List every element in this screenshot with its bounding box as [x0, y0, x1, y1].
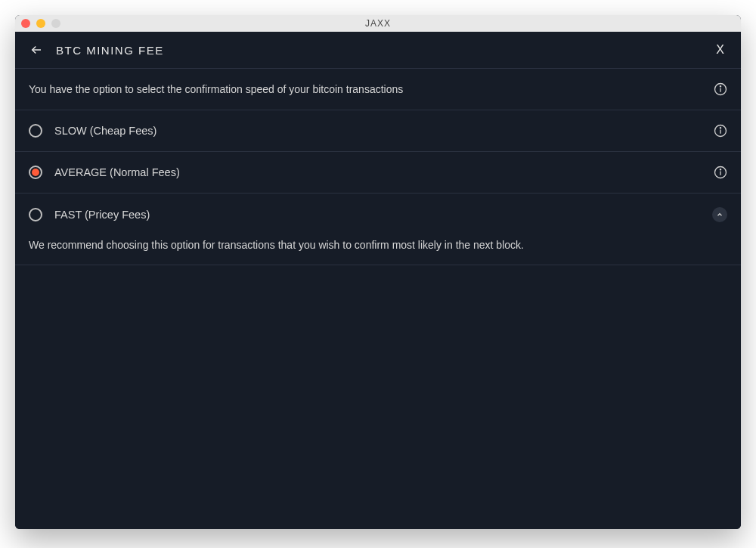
page-header: BTC MINING FEE X [15, 32, 741, 69]
option-label: SLOW (Cheap Fees) [54, 125, 714, 137]
option-label: FAST (Pricey Fees) [54, 209, 712, 221]
close-window-icon[interactable] [21, 19, 30, 28]
info-button[interactable] [714, 82, 727, 96]
intro-row: You have the option to select the confir… [15, 69, 741, 110]
info-icon [714, 124, 727, 138]
chevron-up-icon [716, 211, 723, 218]
empty-body [15, 265, 741, 529]
radio-inner-icon [32, 169, 39, 176]
info-icon [714, 82, 727, 96]
info-button-average[interactable] [714, 166, 727, 179]
maximize-window-icon[interactable] [51, 19, 60, 28]
svg-point-9 [720, 169, 720, 170]
minimize-window-icon[interactable] [36, 19, 45, 28]
close-button[interactable]: X [713, 43, 727, 57]
svg-point-6 [720, 128, 720, 128]
titlebar: JAXX [15, 15, 741, 32]
radio-slow[interactable] [29, 124, 42, 138]
window-title: JAXX [365, 18, 391, 29]
traffic-lights [15, 19, 60, 28]
fee-option-average[interactable]: AVERAGE (Normal Fees) [15, 152, 741, 194]
fee-option-fast[interactable]: FAST (Pricey Fees) [15, 194, 741, 236]
svg-point-3 [720, 86, 720, 87]
intro-text: You have the option to select the confir… [29, 83, 714, 95]
info-button-slow[interactable] [714, 124, 727, 138]
arrow-left-icon [29, 43, 43, 57]
radio-fast[interactable] [29, 208, 42, 221]
back-button[interactable] [29, 42, 44, 57]
option-label: AVERAGE (Normal Fees) [54, 166, 714, 178]
radio-average[interactable] [29, 166, 42, 179]
collapse-button-fast[interactable] [712, 207, 727, 222]
option-description-fast: We recommend choosing this option for tr… [15, 236, 741, 265]
app-window: JAXX BTC MINING FEE X You have the optio… [15, 15, 741, 529]
page-title: BTC MINING FEE [56, 44, 713, 57]
info-icon [714, 166, 727, 179]
fee-option-slow[interactable]: SLOW (Cheap Fees) [15, 110, 741, 152]
